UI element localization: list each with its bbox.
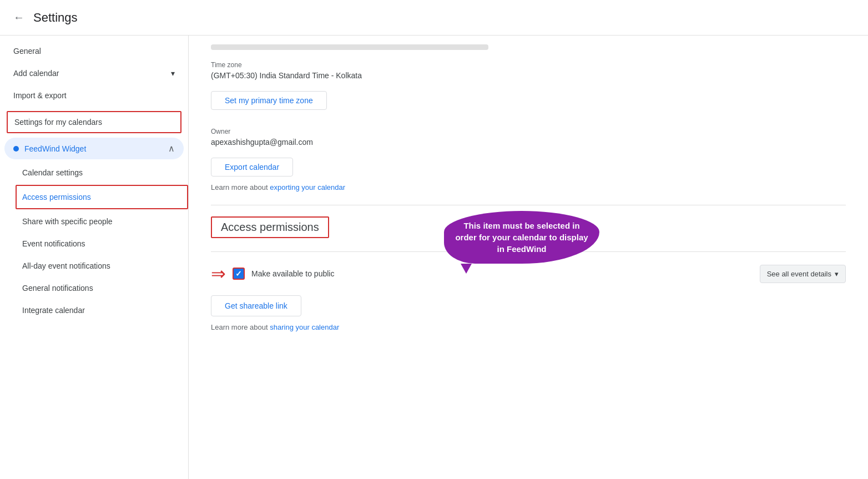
sidebar-item-access-permissions[interactable]: Access permissions	[16, 185, 188, 209]
main-content: Time zone (GMT+05:30) India Standard Tim…	[189, 36, 868, 479]
owner-value: apexashishgupta@gmail.com	[211, 138, 846, 147]
export-calendar-button[interactable]: Export calendar	[211, 158, 293, 177]
make-public-row: ⇒ ✓ Make available to public See all eve…	[211, 263, 846, 284]
event-details-dropdown[interactable]: See all event details ▾	[760, 265, 846, 283]
access-permissions-heading: Access permissions	[211, 216, 329, 238]
sidebar-section-label: Settings for my calendars	[14, 118, 102, 127]
feedwind-item-left: FeedWind Widget	[13, 144, 86, 153]
speech-bubble-text: This item must be selected in order for …	[455, 221, 588, 254]
owner-section: Owner apexashishgupta@gmail.com	[211, 128, 846, 147]
learn-share-text: Learn more about sharing your calendar	[211, 323, 846, 331]
arrow-right-icon: ⇒	[211, 263, 226, 284]
event-notifications-label: Event notifications	[22, 239, 85, 248]
back-button[interactable]: ←	[13, 11, 24, 24]
sidebar-item-allday-notifications[interactable]: All-day event notifications	[0, 255, 188, 277]
event-details-label: See all event details	[767, 270, 831, 278]
sidebar-item-integrate-calendar[interactable]: Integrate calendar	[0, 299, 188, 321]
general-notifications-label: General notifications	[22, 284, 93, 293]
speech-bubble: This item must be selected in order for …	[444, 211, 599, 264]
sidebar: General Add calendar ▾ Import & export S…	[0, 36, 189, 479]
sidebar-item-general-notifications[interactable]: General notifications	[0, 277, 188, 299]
allday-notifications-label: All-day event notifications	[22, 261, 110, 270]
get-shareable-link-button[interactable]: Get shareable link	[211, 295, 301, 316]
sidebar-item-import-export[interactable]: Import & export	[0, 84, 188, 107]
sidebar-general-label: General	[13, 47, 41, 56]
dropdown-chevron-icon: ▾	[835, 270, 839, 278]
learn-share-prefix: Learn more about	[211, 323, 270, 331]
calendar-settings-label: Calendar settings	[22, 168, 83, 177]
integrate-calendar-label: Integrate calendar	[22, 306, 85, 315]
calendar-dot	[13, 146, 19, 152]
top-scroll-partial	[211, 44, 846, 50]
learn-export-prefix: Learn more about	[211, 183, 270, 191]
chevron-down-icon: ▾	[171, 69, 175, 78]
access-permissions-section: This item must be selected in order for …	[211, 205, 846, 331]
share-specific-label: Share with specific people	[22, 217, 113, 226]
set-timezone-button[interactable]: Set my primary time zone	[211, 91, 327, 110]
learn-export-link[interactable]: exporting your calendar	[270, 183, 345, 191]
sidebar-item-feedwind[interactable]: FeedWind Widget ∧	[4, 138, 184, 159]
learn-export-text: Learn more about exporting your calendar	[211, 183, 846, 191]
sidebar-item-calendar-settings[interactable]: Calendar settings	[0, 162, 188, 184]
access-permissions-sidebar-label: Access permissions	[22, 193, 91, 201]
chevron-up-icon: ∧	[168, 143, 175, 154]
sidebar-item-event-notifications[interactable]: Event notifications	[0, 233, 188, 255]
make-public-checkbox[interactable]: ✓	[233, 268, 245, 280]
checkmark-icon: ✓	[235, 269, 242, 278]
sidebar-section-my-calendars: Settings for my calendars	[7, 111, 181, 133]
sidebar-item-general[interactable]: General	[0, 40, 188, 62]
sidebar-item-add-calendar[interactable]: Add calendar ▾	[0, 62, 188, 84]
main-layout: General Add calendar ▾ Import & export S…	[0, 36, 868, 479]
sidebar-import-export-label: Import & export	[13, 91, 67, 100]
learn-share-link[interactable]: sharing your calendar	[270, 323, 339, 331]
sidebar-add-calendar-label: Add calendar	[13, 69, 59, 78]
timezone-value: (GMT+05:30) India Standard Time - Kolkat…	[211, 71, 846, 80]
sub-items-list: Calendar settings Access permissions ⇐ S…	[0, 162, 188, 321]
feedwind-label: FeedWind Widget	[24, 144, 86, 153]
page-title: Settings	[33, 11, 78, 25]
make-public-label: Make available to public	[251, 269, 760, 278]
sidebar-item-share-specific[interactable]: Share with specific people	[0, 210, 188, 233]
owner-label: Owner	[211, 128, 846, 135]
timezone-label: Time zone	[211, 61, 846, 69]
header: ← Settings	[0, 0, 868, 36]
